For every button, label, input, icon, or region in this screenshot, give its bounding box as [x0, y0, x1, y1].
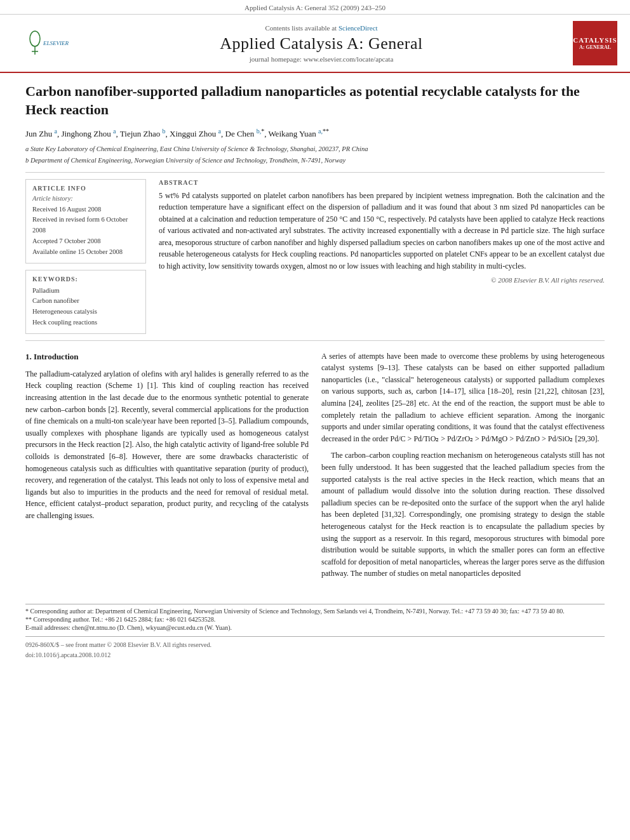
- contents-line: Contents lists available at ScienceDirec…: [89, 24, 554, 32]
- intro-right-para-2: The carbon–carbon coupling reaction mech…: [321, 450, 605, 580]
- article-info-box: ARTICLE INFO Article history: Received 1…: [25, 179, 146, 263]
- intro-col-right: A series of attempts have been made to o…: [321, 350, 605, 585]
- catalysis-badge: CATALYSIS A: GENERAL: [573, 21, 617, 65]
- intro-right-para-1: A series of attempts have been made to o…: [321, 350, 605, 445]
- introduction-section: 1. Introduction The palladium-catalyzed …: [25, 350, 605, 585]
- article-info-abstract-row: ARTICLE INFO Article history: Received 1…: [25, 179, 605, 334]
- section-divider-1: [25, 172, 605, 173]
- elsevier-logo-area: ELSEVIER: [13, 26, 89, 61]
- footer-copyright: 0926-860X/$ – see front matter © 2008 El…: [25, 640, 605, 650]
- keywords-label: Keywords:: [32, 276, 139, 283]
- footnote-corresponding-2: ** Corresponding author. Tel.: +86 21 64…: [25, 616, 605, 623]
- main-content: Carbon nanofiber-supported palladium nan…: [0, 73, 630, 597]
- journal-header-center: Contents lists available at ScienceDirec…: [89, 24, 554, 63]
- received-revised-date: Received in revised form 6 October 2008: [32, 215, 139, 236]
- affiliation-2: b Department of Chemical Engineering, No…: [25, 156, 605, 166]
- footnote-divider: [25, 604, 605, 604]
- elsevier-logo-svg: ELSEVIER: [25, 26, 76, 58]
- intro-col-left: 1. Introduction The palladium-catalyzed …: [25, 350, 309, 585]
- page: Applied Catalysis A: General 352 (2009) …: [0, 0, 630, 840]
- article-history-text: Received 16 August 2008 Received in revi…: [32, 204, 139, 258]
- keyword-1: Palladium: [32, 286, 139, 297]
- footnote-email: E-mail addresses: chen@nt.ntnu.no (D. Ch…: [25, 624, 605, 631]
- abstract-label: ABSTRACT: [159, 179, 605, 186]
- keyword-3: Heterogeneous catalysis: [32, 307, 139, 317]
- article-info-column: ARTICLE INFO Article history: Received 1…: [25, 179, 146, 334]
- footer-doi: doi:10.1016/j.apcata.2008.10.012: [25, 650, 605, 660]
- journal-title: Applied Catalysis A: General: [89, 34, 554, 53]
- copyright-line: © 2008 Elsevier B.V. All rights reserved…: [159, 276, 605, 284]
- keywords-box: Keywords: Palladium Carbon nanofiber Het…: [25, 270, 146, 334]
- footnotes-area: * Corresponding author at: Department of…: [25, 604, 605, 631]
- footnote-corresponding-1: * Corresponding author at: Department of…: [25, 608, 605, 615]
- article-info-label: ARTICLE INFO: [32, 185, 139, 192]
- journal-header: ELSEVIER Contents lists available at Sci…: [0, 15, 630, 73]
- journal-homepage: journal homepage: www.elsevier.com/locat…: [89, 55, 554, 63]
- abstract-text: 5 wt% Pd catalysts supported on platelet…: [159, 190, 605, 272]
- top-bar: Applied Catalysis A: General 352 (2009) …: [0, 0, 630, 15]
- affiliations: a State Key Laboratory of Chemical Engin…: [25, 144, 605, 166]
- journal-citation: Applied Catalysis A: General 352 (2009) …: [245, 4, 385, 11]
- abstract-section: ABSTRACT 5 wt% Pd catalysts supported on…: [159, 179, 605, 284]
- available-online-date: Available online 15 October 2008: [32, 247, 139, 258]
- article-history-title: Article history:: [32, 195, 139, 202]
- keyword-2: Carbon nanofiber: [32, 296, 139, 307]
- intro-para-1: The palladium-catalyzed arylation of ole…: [25, 368, 309, 522]
- affiliation-1: a State Key Laboratory of Chemical Engin…: [25, 144, 605, 154]
- section-divider-2: [25, 340, 605, 341]
- authors-line: Jun Zhu a, Jinghong Zhou a, Tiejun Zhao …: [25, 126, 605, 140]
- received-date: Received 16 August 2008: [32, 204, 139, 215]
- article-title: Carbon nanofiber-supported palladium nan…: [25, 83, 605, 119]
- svg-text:ELSEVIER: ELSEVIER: [43, 40, 69, 46]
- intro-heading: 1. Introduction: [25, 350, 309, 363]
- footer-area: 0926-860X/$ – see front matter © 2008 El…: [25, 636, 605, 660]
- keyword-4: Heck coupling reactions: [32, 317, 139, 328]
- accepted-date: Accepted 7 October 2008: [32, 236, 139, 247]
- sciencedirect-link[interactable]: ScienceDirect: [338, 24, 378, 32]
- journal-header-right: CATALYSIS A: GENERAL: [554, 21, 617, 65]
- abstract-column: ABSTRACT 5 wt% Pd catalysts supported on…: [159, 179, 605, 334]
